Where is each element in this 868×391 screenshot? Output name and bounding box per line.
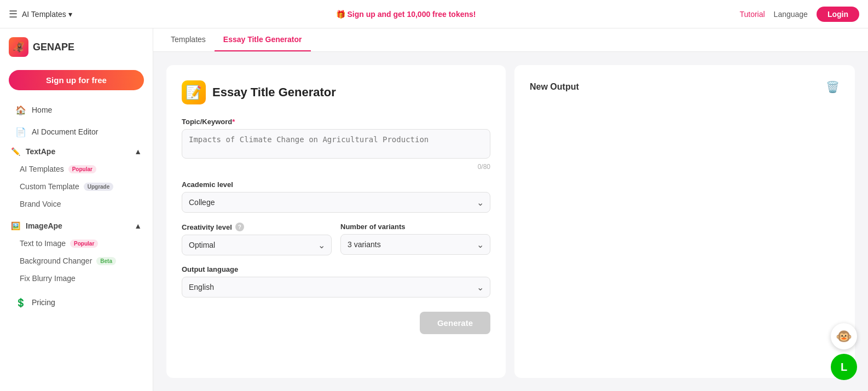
panel-title: Essay Title Generator	[212, 85, 336, 100]
academic-label: Academic level	[182, 180, 490, 189]
main-layout: 🦧 GENAPE Sign up for free 🏠 Home 📄 AI Do…	[0, 28, 868, 391]
ai-templates-nav[interactable]: AI Templates ▾	[22, 10, 72, 19]
generate-button[interactable]: Generate	[420, 312, 490, 334]
sidebar-item-fix-blurry[interactable]: Fix Blurry Image	[0, 270, 153, 287]
line-chat-button[interactable]: L	[831, 354, 857, 380]
sidebar-logo: 🦧 GENAPE	[0, 28, 153, 66]
main-content: Templates Essay Title Generator 📝 Essay …	[153, 28, 868, 391]
monkey-icon: 🐵	[836, 329, 852, 344]
textape-icon: ✏️	[11, 147, 20, 156]
imageape-icon: 🖼️	[11, 221, 20, 230]
text-to-image-sublabel: Text to Image	[20, 239, 66, 248]
topic-input[interactable]	[182, 129, 490, 159]
textape-label: TextApe	[26, 147, 55, 156]
topnav: ☰ AI Templates ▾ 🎁 Sign up and get 10,00…	[0, 0, 868, 28]
ai-templates-chevron-icon: ▾	[68, 10, 72, 19]
char-count: 0/80	[182, 163, 490, 171]
panel-icon: 📝	[182, 80, 206, 104]
creativity-select[interactable]: Optimal Low High Maximum	[182, 235, 332, 255]
background-changer-sublabel: Background Changer	[20, 256, 92, 265]
form-group-creativity: Creativity level ? Optimal Low High Maxi…	[182, 223, 332, 255]
brand-voice-sublabel: Brand Voice	[20, 200, 61, 208]
form-group-topic: Topic/Keyword* 0/80	[182, 118, 490, 171]
ai-templates-sublabel: AI Templates	[20, 165, 64, 173]
doc-editor-label: AI Document Editor	[32, 127, 137, 136]
form-group-output-lang: Output language English Thai Japanese Ch…	[182, 265, 490, 297]
float-buttons: 🐵 L	[831, 323, 857, 380]
hamburger-icon[interactable]: ☰	[9, 8, 18, 20]
page-area: 📝 Essay Title Generator Topic/Keyword* 0…	[153, 52, 868, 391]
tab-essay-title-generator[interactable]: Essay Title Generator	[215, 28, 311, 51]
sidebar-item-text-to-image[interactable]: Text to Image Popular	[0, 235, 153, 252]
academic-select-wrapper: College High School University PhD	[182, 192, 490, 213]
imageape-label: ImageApe	[26, 221, 62, 230]
textape-title-row: ✏️ TextApe	[11, 147, 55, 156]
sidebar-item-pricing[interactable]: 💲 Pricing	[4, 291, 148, 313]
variants-select-wrapper: 3 variants 1 variant 2 variants 5 varian…	[340, 234, 490, 255]
home-label: Home	[32, 106, 137, 114]
variants-label: Number of variants	[340, 223, 490, 231]
promo-gift-icon: 🎁	[336, 10, 345, 19]
line-icon: L	[841, 361, 847, 374]
panel-icon-emoji: 📝	[186, 85, 202, 100]
tab-templates[interactable]: Templates	[162, 28, 215, 51]
pricing-icon: 💲	[15, 297, 26, 308]
topnav-promo: 🎁 Sign up and get 10,000 free tokens!	[81, 10, 731, 19]
creativity-label: Creativity level ?	[182, 223, 332, 231]
logo-text: GENAPE	[33, 42, 74, 53]
form-group-variants: Number of variants 3 variants 1 variant …	[340, 223, 490, 255]
creativity-select-wrapper: Optimal Low High Maximum	[182, 235, 332, 255]
sidebar-item-doc-editor[interactable]: 📄 AI Document Editor	[4, 121, 148, 143]
output-header: New Output 🗑️	[530, 80, 840, 94]
form-row-creativity-variants: Creativity level ? Optimal Low High Maxi…	[182, 223, 490, 265]
tabs-row: Templates Essay Title Generator	[153, 28, 868, 52]
imageape-chevron-icon: ▲	[134, 221, 142, 230]
sidebar-item-brand-voice[interactable]: Brand Voice	[0, 195, 153, 213]
language-btn[interactable]: Language	[774, 10, 808, 19]
logo-icon: 🦧	[9, 37, 28, 57]
creativity-label-row: Creativity level ?	[182, 223, 332, 231]
custom-template-badge: Upgrade	[84, 183, 114, 191]
doc-editor-icon: 📄	[15, 126, 26, 137]
imageape-section-header[interactable]: 🖼️ ImageApe ▲	[0, 217, 153, 235]
textape-section-header[interactable]: ✏️ TextApe ▲	[0, 143, 153, 160]
output-lang-label: Output language	[182, 265, 490, 273]
creativity-help-icon[interactable]: ?	[235, 223, 244, 231]
sidebar-item-ai-templates[interactable]: AI Templates Popular	[0, 160, 153, 178]
topnav-left: ☰ AI Templates ▾	[9, 8, 72, 20]
topnav-right: Tutorial Language Login	[739, 7, 859, 22]
login-button[interactable]: Login	[817, 7, 859, 22]
fix-blurry-sublabel: Fix Blurry Image	[20, 274, 76, 283]
tutorial-link[interactable]: Tutorial	[739, 10, 765, 19]
imageape-title-row: 🖼️ ImageApe	[11, 221, 62, 230]
output-panel: New Output 🗑️	[514, 65, 855, 378]
pricing-label: Pricing	[32, 298, 137, 307]
delete-output-button[interactable]: 🗑️	[826, 80, 840, 94]
output-lang-select-wrapper: English Thai Japanese Chinese Spanish	[182, 277, 490, 297]
textape-chevron-icon: ▲	[134, 147, 142, 156]
output-title: New Output	[530, 82, 579, 92]
output-lang-select[interactable]: English Thai Japanese Chinese Spanish	[182, 277, 490, 297]
text-to-image-badge: Popular	[70, 240, 98, 248]
delete-icon: 🗑️	[826, 81, 840, 93]
custom-template-sublabel: Custom Template	[20, 182, 79, 191]
panel-title-row: 📝 Essay Title Generator	[182, 80, 490, 104]
background-changer-badge: Beta	[96, 257, 116, 265]
topic-label: Topic/Keyword*	[182, 118, 490, 126]
variants-select[interactable]: 3 variants 1 variant 2 variants 5 varian…	[340, 234, 490, 255]
sidebar-item-home[interactable]: 🏠 Home	[4, 99, 148, 121]
form-panel: 📝 Essay Title Generator Topic/Keyword* 0…	[166, 65, 506, 378]
academic-select[interactable]: College High School University PhD	[182, 192, 490, 213]
sidebar: 🦧 GENAPE Sign up for free 🏠 Home 📄 AI Do…	[0, 28, 153, 391]
sidebar-item-background-changer[interactable]: Background Changer Beta	[0, 252, 153, 270]
topic-required: *	[232, 118, 235, 126]
ai-templates-badge: Popular	[68, 165, 96, 173]
form-group-academic: Academic level College High School Unive…	[182, 180, 490, 213]
promo-text: Sign up and get 10,000 free tokens!	[348, 10, 476, 19]
ai-templates-nav-label: AI Templates	[22, 10, 66, 19]
sidebar-item-custom-template[interactable]: Custom Template Upgrade	[0, 178, 153, 195]
signup-button[interactable]: Sign up for free	[9, 70, 144, 90]
home-icon: 🏠	[15, 104, 26, 115]
monkey-chat-button[interactable]: 🐵	[831, 323, 857, 349]
